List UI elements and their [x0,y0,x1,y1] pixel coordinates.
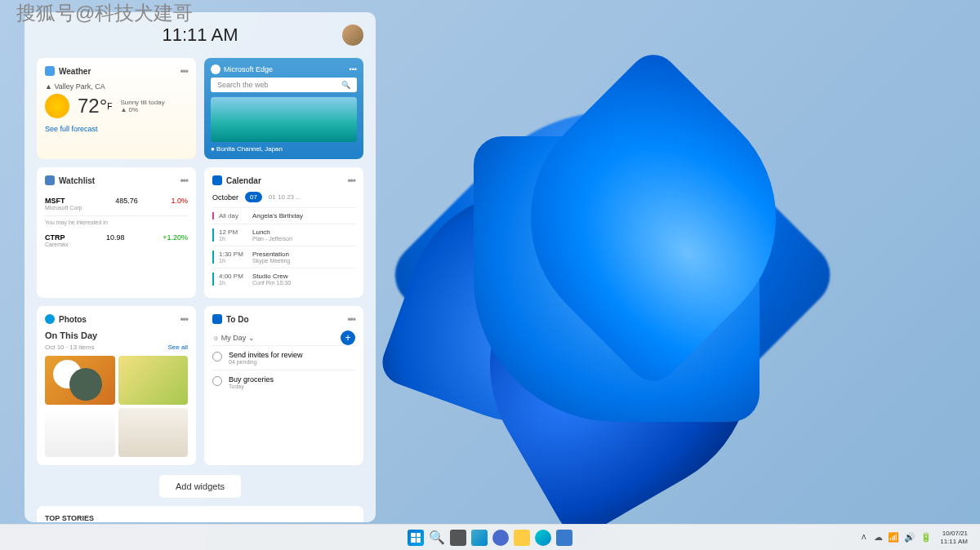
temperature: 72° [78,95,107,117]
finance-widget[interactable]: Watchlist ••• MSFTMicrosoft Corp485.761.… [37,167,196,298]
widgets-panel: 11:11 AM Weather ••• ▲ Valley Park, CA 7… [24,12,376,522]
add-widgets-button[interactable]: Add widgets [159,475,241,498]
see-all-link[interactable]: See all [168,344,188,351]
todo-icon [212,314,222,324]
more-icon[interactable]: ••• [180,314,188,326]
photo-thumbnail[interactable] [118,408,189,457]
volume-icon[interactable]: 🔊 [904,532,915,543]
more-icon[interactable]: ••• [350,65,357,73]
photo-thumbnail[interactable] [45,356,115,405]
checkbox[interactable] [212,376,222,386]
calendar-widget[interactable]: Calendar ••• October0701 10 23 ... All d… [204,167,363,298]
taskbar: 🔍 ᐱ ☁📶🔊🔋 10/07/2111:11 AM [0,524,980,550]
finance-icon [45,175,55,185]
photo-thumbnail[interactable] [45,408,115,457]
checkbox[interactable] [212,352,222,361]
calendar-event[interactable]: All dayAngela's Birthday [212,207,355,224]
battery-icon[interactable]: 🔋 [920,532,932,543]
calendar-event[interactable]: 12 PM1hLunchPlan - Jefferson [212,224,355,246]
edge-widget[interactable]: Microsoft Edge••• Search the web🔍 ● Boni… [204,58,363,159]
chat-icon[interactable] [492,530,509,546]
weather-location: ▲ Valley Park, CA [45,82,188,91]
add-task-button[interactable]: + [341,330,355,345]
edge-image [211,97,357,142]
explorer-icon[interactable] [514,530,530,546]
search-icon[interactable]: 🔍 [429,530,445,546]
edge-icon [211,64,220,74]
weather-widget[interactable]: Weather ••• ▲ Valley Park, CA 72°F Sunny… [37,58,196,159]
photos-icon [45,314,55,324]
edge-icon[interactable] [535,530,551,546]
photo-thumbnail[interactable] [118,356,189,405]
wifi-icon[interactable]: 📶 [888,532,899,543]
more-icon[interactable]: ••• [347,175,355,187]
selected-day[interactable]: 07 [245,192,262,202]
image-caption: ● Bonita Channel, Japan [211,145,357,153]
search-input[interactable]: Search the web🔍 [211,78,357,92]
more-icon[interactable]: ••• [180,175,188,187]
calendar-event[interactable]: 4:00 PM1hStudio CrewConf Rm 10:30 [212,268,355,290]
sun-icon [45,94,69,118]
onedrive-icon[interactable]: ☁ [874,532,883,543]
widgets-icon[interactable] [471,530,488,546]
todo-widget[interactable]: To Do ••• ☼ My Day ⌄+ Send invites for r… [204,306,363,465]
weather-icon [45,66,55,76]
weather-title: Weather [59,67,91,76]
system-tray[interactable]: ᐱ ☁📶🔊🔋 10/07/2111:11 AM [862,530,968,545]
calendar-event[interactable]: 1:30 PM1hPresentationSkype Meeting [212,246,355,268]
photos-heading: On This Day [45,330,188,340]
more-icon[interactable]: ••• [347,314,355,326]
photos-widget[interactable]: Photos ••• On This Day Oct 10 · 13 items… [37,306,196,465]
more-icon[interactable]: ••• [180,66,188,78]
calendar-icon [212,175,222,185]
search-icon: 🔍 [341,81,350,89]
panel-clock: 11:11 AM [163,24,238,46]
stock-row[interactable]: MSFTMicrosoft Corp485.761.0% [45,192,188,216]
taskbar-clock[interactable]: 10/07/2111:11 AM [940,530,968,545]
top-stories: TOP STORIES ● CNN Today · 9 minsOne of t… [37,506,363,522]
forecast-link[interactable]: See full forecast [45,125,188,133]
user-avatar[interactable] [342,24,363,46]
chevron-up-icon[interactable]: ᐱ [862,534,866,541]
start-button[interactable] [408,530,424,546]
todo-item[interactable]: Buy groceriesToday [212,370,355,394]
todo-item[interactable]: Send invites for review04 pending [212,345,355,370]
stock-row[interactable]: CTRPCaremax10.98+1.20% [45,228,188,252]
store-icon[interactable] [556,530,572,546]
list-dropdown[interactable]: ☼ My Day ⌄ [212,334,255,342]
taskview-icon[interactable] [450,530,466,546]
watermark-text: 搜狐号@科技犬建哥 [16,0,193,26]
